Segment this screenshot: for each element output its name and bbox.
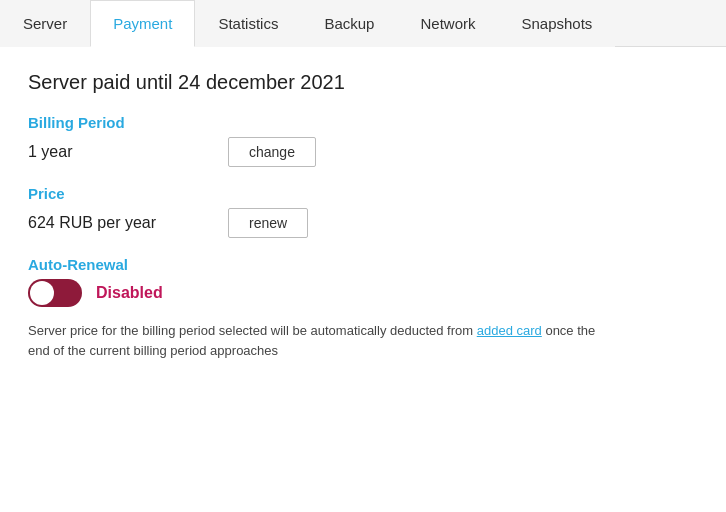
toggle-thumb (30, 281, 54, 305)
billing-period-label: Billing Period (28, 114, 698, 131)
auto-renewal-toggle[interactable] (28, 279, 82, 307)
price-row: 624 RUB per year renew (28, 208, 698, 238)
tab-server[interactable]: Server (0, 0, 90, 47)
auto-renewal-label: Auto-Renewal (28, 256, 698, 273)
billing-period-row: 1 year change (28, 137, 698, 167)
toggle-row: Disabled (28, 279, 698, 307)
added-card-link[interactable]: added card (477, 323, 542, 338)
toggle-status-text: Disabled (96, 284, 163, 302)
tab-snapshots[interactable]: Snapshots (498, 0, 615, 47)
auto-renewal-section: Auto-Renewal Disabled (28, 256, 698, 307)
disclaimer-part1: Server price for the billing period sele… (28, 323, 477, 338)
price-value: 624 RUB per year (28, 214, 188, 232)
renew-button[interactable]: renew (228, 208, 308, 238)
tab-statistics[interactable]: Statistics (195, 0, 301, 47)
content-area: Server paid until 24 december 2021 Billi… (0, 47, 726, 384)
price-label: Price (28, 185, 698, 202)
change-button[interactable]: change (228, 137, 316, 167)
billing-period-value: 1 year (28, 143, 188, 161)
tab-bar: Server Payment Statistics Backup Network… (0, 0, 726, 47)
tab-backup[interactable]: Backup (301, 0, 397, 47)
tab-network[interactable]: Network (397, 0, 498, 47)
paid-until-text: Server paid until 24 december 2021 (28, 71, 698, 94)
tab-payment[interactable]: Payment (90, 0, 195, 47)
disclaimer-text: Server price for the billing period sele… (28, 321, 608, 360)
